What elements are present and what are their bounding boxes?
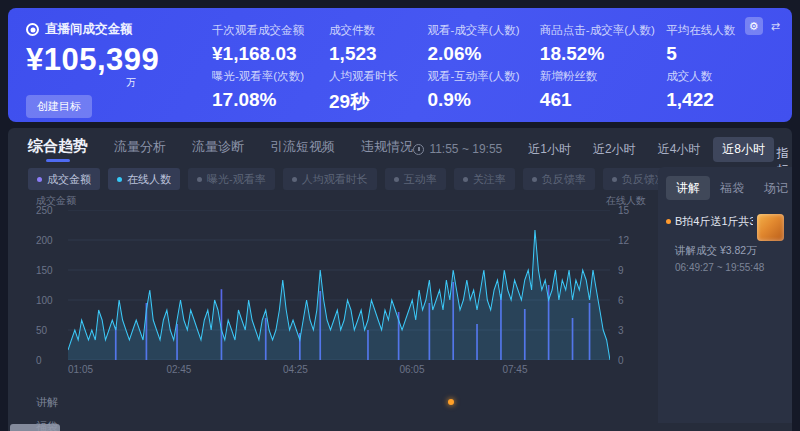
panel-tab-场记[interactable]: 场记 xyxy=(754,176,798,200)
right-tick: 0 xyxy=(618,355,646,366)
chip-负反馈率[interactable]: 负反馈率 xyxy=(523,168,595,190)
event-marker[interactable] xyxy=(448,399,454,405)
metric-value: 1,422 xyxy=(666,89,750,111)
panel-tab-福袋[interactable]: 福袋 xyxy=(710,176,754,200)
chip-dot-icon xyxy=(292,177,297,182)
metric-card: 曝光-观看率(次数)17.08% xyxy=(212,69,319,115)
metric-value: 17.08% xyxy=(212,89,319,111)
chip-label: 在线人数 xyxy=(127,172,171,187)
x-tick: 06:05 xyxy=(399,364,424,375)
chip-dot-icon xyxy=(532,177,537,182)
chip-dot-icon xyxy=(197,177,202,182)
timeline-row-福袋: 福袋 xyxy=(28,418,610,431)
range-button[interactable]: 近4小时 xyxy=(649,137,710,162)
primary-metric-label: 直播间成交金额 xyxy=(45,21,133,38)
chip-label: 负反馈率 xyxy=(542,172,586,187)
chip-互动率[interactable]: 互动率 xyxy=(385,168,446,190)
metric-card: 成交件数1,523 xyxy=(329,23,417,65)
chip-dot-icon xyxy=(612,177,617,182)
timeline-row-讲解: 讲解 xyxy=(28,394,610,410)
metric-card: 千次观看成交金额¥1,168.03 xyxy=(212,23,319,65)
create-goal-button[interactable]: 创建目标 xyxy=(26,95,92,118)
chip-dot-icon xyxy=(117,177,122,182)
main-panel: 综合趋势流量分析流量诊断引流短视频违规情况 11:55 ~ 19:55 近1小时… xyxy=(8,128,792,431)
x-axis-labels: 01:0502:4504:2506:0507:45 xyxy=(68,364,610,376)
metric-label: 平均在线人数 xyxy=(666,23,750,38)
left-tick: 100 xyxy=(36,295,62,306)
metric-card: 观看-互动率(人数)0.9% xyxy=(427,69,529,115)
nav-right: 11:55 ~ 19:55 近1小时近2小时近4小时近8小时 xyxy=(413,137,774,162)
trend-chart: 成交金额 在线人数 250200150100500 15129630 01:05… xyxy=(28,194,650,431)
metric-label: 曝光-观看率(次数) xyxy=(212,69,319,84)
left-tick: 200 xyxy=(36,235,62,246)
side-panel-tabs: 讲解福袋场记 xyxy=(664,176,786,200)
left-tick: 250 xyxy=(36,205,62,216)
chip-关注率[interactable]: 关注率 xyxy=(454,168,515,190)
right-tick: 3 xyxy=(618,325,646,336)
left-tick: 50 xyxy=(36,325,62,336)
metric-value: ¥1,168.03 xyxy=(212,43,319,65)
timeline-track[interactable] xyxy=(62,418,610,431)
panel-tab-讲解[interactable]: 讲解 xyxy=(666,176,710,200)
right-tick: 9 xyxy=(618,265,646,276)
content-area: 成交金额在线人数曝光-观看率人均观看时长互动率关注率负反馈率负反馈次数千次观看成… xyxy=(8,167,792,423)
metric-card: 商品点击-成交率(人数)18.52% xyxy=(540,23,656,65)
metric-card: 人均观看时长29秒 xyxy=(329,69,417,115)
chip-label: 关注率 xyxy=(473,172,506,187)
explain-item[interactable]: B拍4斤送1斤共35-4...讲解成交 ¥3.82万06:49:27 ~ 19:… xyxy=(664,214,786,273)
metric-label: 商品点击-成交率(人数) xyxy=(540,23,656,38)
range-button[interactable]: 近1小时 xyxy=(519,137,580,162)
metric-label: 成交件数 xyxy=(329,23,417,38)
tab-流量分析[interactable]: 流量分析 xyxy=(114,138,166,162)
metric-label: 观看-成交率(人数) xyxy=(427,23,529,38)
chip-在线人数[interactable]: 在线人数 xyxy=(108,168,180,190)
primary-metric: 直播间成交金额 ¥105,399 万 创建目标 xyxy=(26,21,194,112)
chip-label: 互动率 xyxy=(404,172,437,187)
item-bullet-icon xyxy=(666,219,671,224)
right-tick: 15 xyxy=(618,205,646,216)
bottom-edge-element xyxy=(10,424,60,431)
tab-综合趋势[interactable]: 综合趋势 xyxy=(28,137,88,162)
clock-icon xyxy=(413,144,424,155)
primary-metric-header: 直播间成交金额 xyxy=(26,21,194,38)
x-tick: 04:25 xyxy=(283,364,308,375)
metric-value: 1,523 xyxy=(329,43,417,65)
chip-label: 成交金额 xyxy=(47,172,91,187)
chart-canvas[interactable] xyxy=(68,210,610,360)
item-time-range: 06:49:27 ~ 19:55:48 xyxy=(666,262,784,273)
metric-label: 新增粉丝数 xyxy=(540,69,656,84)
chip-label: 人均观看时长 xyxy=(302,172,368,187)
chip-人均观看时长[interactable]: 人均观看时长 xyxy=(283,168,377,190)
chip-成交金额[interactable]: 成交金额 xyxy=(28,168,100,190)
primary-metric-unit: 万 xyxy=(126,78,194,88)
range-button[interactable]: 近2小时 xyxy=(584,137,645,162)
live-dashboard-page: 直播间成交金额 ¥105,399 万 创建目标 千次观看成交金额¥1,168.0… xyxy=(0,0,800,431)
metric-value: 18.52% xyxy=(540,43,656,65)
primary-metric-value: ¥105,399 万 xyxy=(26,44,194,88)
tab-引流短视频[interactable]: 引流短视频 xyxy=(270,138,335,162)
tab-流量诊断[interactable]: 流量诊断 xyxy=(192,138,244,162)
right-tick: 12 xyxy=(618,235,646,246)
tab-违规情况[interactable]: 违规情况 xyxy=(361,138,413,162)
time-range: 11:55 ~ 19:55 xyxy=(413,142,502,156)
gear-icon[interactable]: ⚙ xyxy=(745,17,763,35)
metric-chip-row: 成交金额在线人数曝光-观看率人均观看时长互动率关注率负反馈率负反馈次数千次观看成… xyxy=(28,167,650,191)
chip-dot-icon xyxy=(394,177,399,182)
metric-value: 5 xyxy=(666,43,750,65)
chip-曝光-观看率[interactable]: 曝光-观看率 xyxy=(188,168,275,190)
timeline-row-label: 讲解 xyxy=(28,395,62,410)
metric-card: 新增粉丝数461 xyxy=(540,69,656,115)
metric-label: 人均观看时长 xyxy=(329,69,417,84)
metric-card: 观看-成交率(人数)2.06% xyxy=(427,23,529,65)
metric-value: 461 xyxy=(540,89,656,111)
metric-value: 0.9% xyxy=(427,89,529,111)
right-tick: 6 xyxy=(618,295,646,306)
chip-dot-icon xyxy=(463,177,468,182)
metric-card: 平均在线人数5 xyxy=(666,23,750,65)
item-title: B拍4斤送1斤共35-4... xyxy=(675,214,753,229)
target-icon xyxy=(26,23,39,36)
metric-grid: 千次观看成交金额¥1,168.03成交件数1,523观看-成交率(人数)2.06… xyxy=(194,21,776,112)
swap-icon[interactable]: ⇄ xyxy=(771,20,780,33)
metric-value: 29秒 xyxy=(329,89,417,115)
timeline-track[interactable] xyxy=(62,394,610,410)
